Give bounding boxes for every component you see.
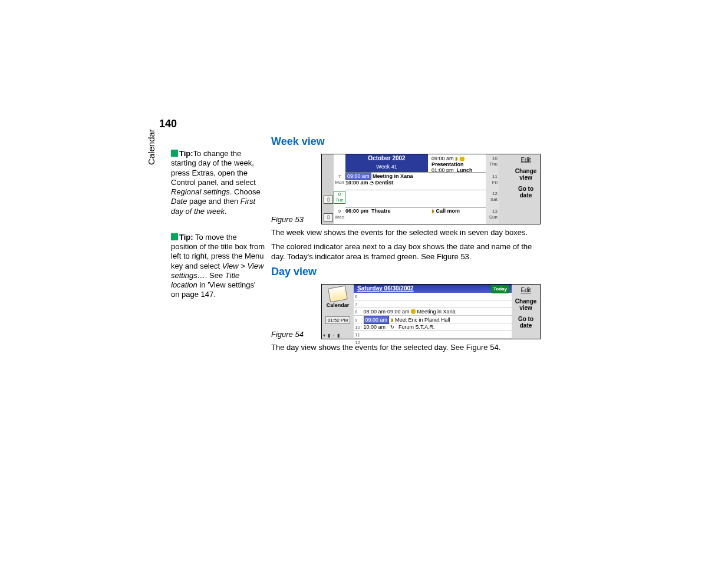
time: 09:00 am (345, 173, 371, 180)
hour: 7 (355, 301, 362, 308)
dayview-header: Saturday 06/30/2002 Today (354, 285, 512, 293)
change-view-button[interactable]: Change view (512, 166, 540, 183)
btn-label: Go to date (518, 316, 533, 329)
day-indicator-thu: 10Thu (489, 156, 498, 167)
wed-right-event[interactable]: ◗ Call mom (431, 208, 460, 214)
day-indicator-sat: 12Sat (490, 191, 498, 203)
week-header: October 2002 Week 41 (345, 154, 428, 173)
tip-label: Tip: (179, 149, 193, 158)
goto-date-button[interactable]: Go to date (512, 313, 540, 331)
event-label: Call mom (436, 208, 460, 214)
event-label: Presentation (431, 161, 464, 167)
clock: 01:52 PM (325, 316, 350, 324)
week-tool-col: ▯ ▯ (322, 154, 334, 224)
event[interactable]: 10:00 am ◔ Dentist (345, 180, 486, 186)
tue-events (345, 190, 486, 207)
wed-events: 06:00 pm Theatre ◗ Call mom (345, 207, 486, 223)
time: 09:00 am (364, 316, 390, 324)
change-view-button[interactable]: Change view (512, 296, 540, 313)
week-header-events: 09:00 am ◗ Presentation 01:00 pm Lunch (431, 156, 486, 173)
dayname: Wed (335, 214, 344, 220)
btn-label: Change view (515, 168, 537, 181)
tip-1: Tip:To change the starting day of the we… (171, 149, 265, 216)
event-label: Dentist (375, 180, 394, 186)
day-indicator-sun: 13Sun (489, 209, 498, 220)
week-subtitle: Week 41 (345, 163, 428, 171)
heading-day-view: Day view (271, 266, 542, 278)
tip-text: > (239, 262, 248, 270)
daynum: 12 (492, 191, 498, 196)
tip-text: page and then (187, 197, 240, 206)
daynum: 7 (338, 174, 341, 179)
time: 10:00 am (364, 324, 386, 330)
edit-button[interactable]: Edit (512, 285, 540, 296)
edit-button[interactable]: Edit (512, 154, 540, 166)
hour-row[interactable]: 6 (354, 293, 512, 300)
tip-icon (171, 233, 178, 240)
hour: 11 (355, 332, 362, 339)
tip-2: Tip: To move the position of the title b… (171, 233, 265, 300)
today-badge[interactable]: Today (491, 285, 509, 293)
week-title: October 2002 (345, 154, 428, 163)
event-label: Meet Eric in Planet Hall (395, 317, 450, 323)
event[interactable]: 09:00 am Meeting in Xana (345, 173, 486, 180)
heading-week-view: Week view (271, 135, 542, 148)
page-number: 140 (159, 118, 177, 130)
dayview-main: Saturday 06/30/2002 Today 6 7 8 08:00 am… (354, 285, 512, 339)
dayname: Fri (492, 180, 498, 185)
hour: 10 (355, 324, 362, 331)
tip-text: . Choose (230, 187, 261, 196)
dayname: Tue (335, 197, 344, 203)
event[interactable]: 06:00 pm Theatre (345, 208, 486, 214)
daynum: 9 (338, 209, 341, 214)
body-text: The week view shows the events for the s… (271, 227, 542, 238)
main-column: Week view ▯ ▯ October 2002 Week 41 09:00… (271, 135, 542, 356)
day-indicator-mon: 7Mon (334, 174, 345, 186)
daynum: 10 (492, 156, 498, 161)
time: 09:00 am (431, 156, 454, 161)
hour-row[interactable]: 9 09:00 am ◗ Meet Eric in Planet Hall (354, 316, 512, 323)
bell-icon (411, 309, 416, 314)
page: 140 Calendar Tip:To change the starting … (0, 0, 728, 562)
hour-row[interactable]: 8 08:00 am-09:00 am Meeting in Xana (354, 308, 512, 316)
bell-icon (460, 157, 465, 161)
section-label: Calendar (146, 129, 156, 165)
tip-em: Regional settings (171, 187, 230, 196)
dayname: Sat (490, 197, 498, 202)
time: 06:00 pm (345, 208, 368, 214)
daynum: 13 (492, 209, 498, 214)
body-text: The colored indicator area next to a day… (271, 242, 542, 262)
event-label: Meeting in Xana (373, 173, 413, 179)
tip-text: . (225, 207, 227, 216)
hour-row[interactable]: 10 10:00 am ↻ Forum S.T.A.R. (354, 323, 512, 331)
week-softkeys: Edit Change view Go to date (512, 154, 540, 224)
day-softkeys: Edit Change view Go to date (512, 285, 540, 339)
dayname: Thu (489, 161, 498, 167)
daynum: 11 (492, 174, 498, 179)
goto-date-button[interactable]: Go to date (512, 183, 540, 201)
daynum: 8 (338, 191, 341, 197)
day-indicator-wed: 9Wed (334, 209, 345, 220)
tool-icon[interactable]: ▯ (324, 196, 333, 204)
event-label: Forum S.T.A.R. (398, 324, 435, 330)
hour-row[interactable]: 12 (354, 339, 512, 346)
tip-column: Tip:To change the starting day of the we… (171, 149, 265, 316)
time: 10:00 am (345, 180, 368, 186)
event-label: Meeting in Xana (417, 309, 456, 315)
mon-events: 09:00 am Meeting in Xana 10:00 am ◔ Dent… (345, 172, 486, 189)
tip-em: View (222, 262, 239, 270)
tip-em: Date (171, 197, 187, 206)
hour: 12 (355, 339, 362, 346)
dayname: Mon (335, 180, 344, 185)
hour-row[interactable]: 7 (354, 300, 512, 308)
hour: 8 (355, 309, 362, 316)
btn-label: Change view (515, 298, 537, 311)
time: 08:00 am-09:00 am (364, 309, 410, 315)
tool-icon[interactable]: ▯ (324, 213, 333, 222)
calendar-label: Calendar (322, 302, 354, 308)
tip-icon (171, 150, 178, 157)
hour-row[interactable]: 11 (354, 331, 512, 339)
calendar-icon (328, 285, 348, 302)
dayview-toolbar-icons[interactable]: ▾ ▮ ▫ ▮ (323, 333, 340, 338)
event: 09:00 am ◗ Presentation (431, 156, 486, 167)
